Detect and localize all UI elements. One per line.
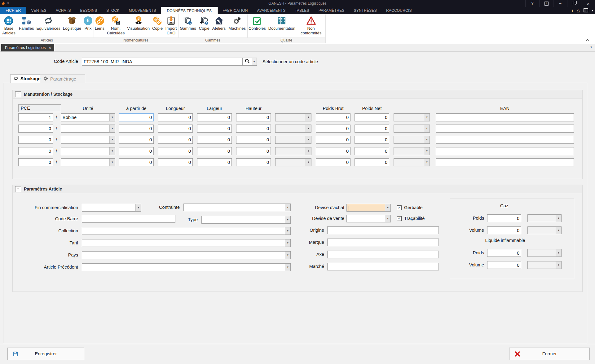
base-articles-button[interactable]: Base Articles (0, 15, 18, 36)
collapse-ribbon-icon[interactable] (586, 37, 589, 42)
hauteur-input[interactable] (236, 125, 271, 133)
machines-button[interactable]: Machines (227, 15, 247, 32)
poids-net-input[interactable] (355, 125, 389, 133)
liquide-poids-input[interactable] (487, 249, 521, 257)
menu-tab-besoins[interactable]: BESOINS (76, 7, 102, 14)
longueur-input[interactable] (158, 136, 193, 144)
menu-tab-tables[interactable]: TABLES (290, 7, 314, 14)
search-button[interactable] (242, 58, 252, 66)
pce-input[interactable] (18, 158, 53, 166)
prix-button[interactable]: € Prix (82, 15, 94, 32)
collection-combo[interactable] (82, 227, 291, 235)
menu-tab-mouvements[interactable]: MOUVEMENTS (124, 7, 161, 14)
import-cao-button[interactable]: CAO Import CAO (164, 15, 178, 36)
hauteur-input[interactable] (236, 113, 271, 121)
pays-combo[interactable] (82, 251, 291, 259)
gammes-button[interactable]: Gammes (178, 15, 197, 32)
poids-brut-input[interactable] (316, 125, 350, 133)
marque-input[interactable] (327, 239, 439, 246)
tab-stockage[interactable]: Stockage (10, 74, 40, 83)
poids-brut-input[interactable] (316, 113, 350, 121)
menu-tab-parametres[interactable]: PARAMÈTRES (314, 7, 349, 14)
help-button[interactable]: ? (525, 0, 539, 7)
tracabilite-checkbox[interactable]: ✓ (397, 216, 402, 221)
devise-vente-combo[interactable] (346, 215, 391, 222)
tab-parametres-logistiques[interactable]: Paramètres Logistiques × (1, 44, 54, 51)
dimension-unit-combo[interactable] (275, 113, 311, 121)
poids-brut-input[interactable] (316, 158, 350, 166)
collapse-parametres-button[interactable]: − (15, 186, 21, 192)
logistique-button[interactable]: Logistique (62, 15, 82, 32)
grid-dropdown-icon[interactable]: ▾ (592, 9, 593, 12)
contrainte-combo[interactable] (183, 204, 291, 211)
devise-achat-combo[interactable] (346, 204, 391, 212)
dimension-unit-combo[interactable] (275, 125, 311, 133)
dimension-unit-combo[interactable] (275, 158, 311, 166)
longueur-input[interactable] (158, 147, 193, 155)
save-button[interactable]: Enregistrer (7, 348, 84, 360)
poids-brut-input[interactable] (316, 147, 350, 155)
ean-input[interactable] (436, 125, 574, 133)
menu-tab-ventes[interactable]: VENTES (26, 7, 51, 14)
poids-net-input[interactable] (355, 113, 389, 121)
equivalences-button[interactable]: Equivalences (35, 15, 61, 32)
close-button[interactable]: Fermer (509, 348, 590, 360)
hauteur-input[interactable] (236, 136, 271, 144)
controles-button[interactable]: Contrôles (247, 15, 267, 32)
liquide-volume-input[interactable] (487, 261, 521, 269)
poids-unit-combo[interactable] (394, 125, 430, 133)
non-conformites-button[interactable]: Non conformités (297, 15, 325, 36)
dimension-unit-combo[interactable] (275, 147, 311, 155)
poids-brut-input[interactable] (316, 136, 350, 144)
menu-tab-fichier[interactable]: FICHIER (0, 7, 26, 14)
gaz-volume-unit-combo[interactable] (527, 226, 562, 234)
unite-combo[interactable] (61, 125, 115, 133)
hauteur-input[interactable] (236, 147, 271, 155)
menu-tab-raccourcis[interactable]: RACCOURCIS (381, 7, 416, 14)
poids-unit-combo[interactable] (394, 113, 430, 121)
pce-input[interactable] (18, 125, 53, 133)
gaz-volume-input[interactable] (487, 226, 521, 234)
ribbon-display-button[interactable]: ↑ (539, 0, 553, 7)
pce-input[interactable] (18, 147, 53, 155)
largeur-input[interactable] (197, 158, 232, 166)
a-partir-de-input[interactable] (119, 158, 154, 166)
pce-input[interactable] (18, 113, 53, 121)
ean-input[interactable] (436, 158, 574, 166)
tab-overflow-icon[interactable]: ▾ (590, 46, 592, 49)
hauteur-input[interactable] (236, 158, 271, 166)
largeur-input[interactable] (197, 136, 232, 144)
pce-input[interactable] (18, 136, 53, 144)
marche-input[interactable] (327, 263, 439, 270)
copie-nomenclature-button[interactable]: Copie (151, 15, 164, 32)
ean-input[interactable] (436, 136, 574, 144)
liquide-poids-unit-combo[interactable] (527, 249, 562, 257)
axe-input[interactable] (327, 251, 439, 258)
longueur-input[interactable] (158, 113, 193, 121)
ateliers-button[interactable]: Ateliers (211, 15, 227, 32)
menu-tab-achats[interactable]: ACHATS (51, 7, 76, 14)
liquide-volume-unit-combo[interactable] (527, 261, 562, 269)
unite-combo[interactable]: Bobine (61, 113, 115, 121)
unite-combo[interactable] (61, 136, 115, 144)
search-dropdown-icon[interactable]: ▾ (252, 58, 257, 66)
home-icon[interactable]: ⌂ (577, 8, 580, 13)
menu-tab-syntheses[interactable]: SYNTHÈSES (349, 7, 382, 14)
poids-net-input[interactable] (355, 136, 389, 144)
a-partir-de-input[interactable] (119, 147, 154, 155)
menu-tab-avancements[interactable]: AVANCEMENTS (253, 7, 290, 14)
gaz-poids-input[interactable] (487, 214, 521, 222)
familles-button[interactable]: Familles (18, 15, 35, 32)
origine-input[interactable] (327, 226, 439, 234)
minimize-button[interactable]: – (553, 0, 567, 7)
menu-tab-fabrication[interactable]: FABRICATION (218, 7, 252, 14)
longueur-input[interactable] (158, 125, 193, 133)
menu-tab-stock[interactable]: STOCK (102, 7, 124, 14)
poids-unit-combo[interactable] (394, 136, 430, 144)
article-precedent-combo[interactable] (82, 263, 291, 271)
tarif-combo[interactable] (82, 239, 291, 247)
liens-button[interactable]: Liens (94, 15, 106, 32)
grid-table-icon[interactable] (584, 8, 588, 13)
a-partir-de-input[interactable] (119, 113, 154, 121)
ean-input[interactable] (436, 113, 574, 121)
